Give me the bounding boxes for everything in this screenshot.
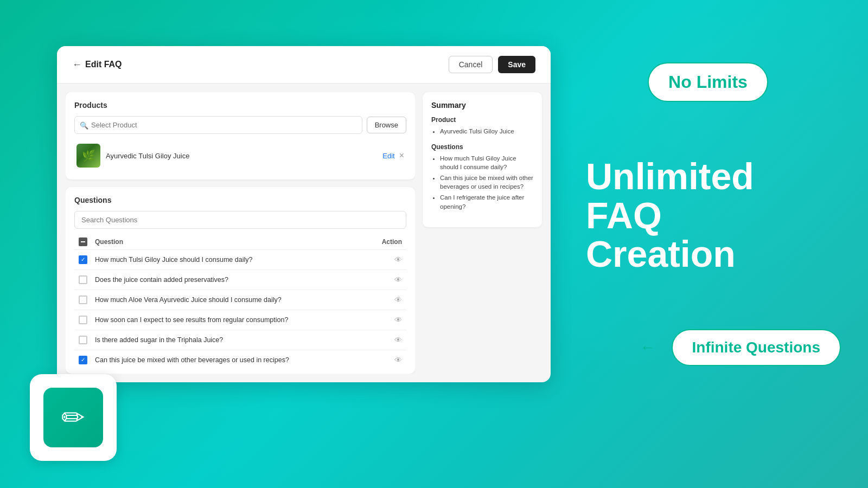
main-panel: ← Edit FAQ Cancel Save Products 🔍 Browse: [57, 46, 551, 382]
promo-line-3: Creation: [586, 235, 841, 273]
checkbox-empty[interactable]: [79, 336, 87, 344]
save-button[interactable]: Save: [498, 56, 535, 73]
table-row: Is there added sugar in the Triphala Jui…: [74, 330, 406, 350]
table-row: How soon can I expect to see results fro…: [74, 310, 406, 330]
promo-bottom-plain: Infinite: [692, 339, 746, 356]
eye-icon[interactable]: 👁: [394, 255, 402, 264]
question-text: Does the juice contain added preservativ…: [95, 276, 369, 284]
promo-bottom-text: Infinite Questions: [692, 339, 820, 356]
page-title: Edit FAQ: [85, 60, 122, 69]
questions-table: Question Action ✓How much Tulsi Giloy Ju…: [74, 234, 406, 365]
checkbox-empty[interactable]: [79, 296, 87, 304]
summary-product-label: Product: [431, 116, 533, 124]
summary-question-item: Can I refrigerate the juice after openin…: [440, 193, 533, 210]
product-edit-button[interactable]: Edit: [382, 152, 394, 160]
promo-top-text: No Limits: [668, 72, 748, 92]
question-text: Is there added sugar in the Triphala Jui…: [95, 336, 369, 344]
eye-icon[interactable]: 👁: [394, 275, 402, 284]
promo-badge-bottom: ← Infinite Questions: [672, 329, 841, 366]
product-search-row: 🔍 Browse: [74, 116, 406, 134]
summary-questions-label: Questions: [431, 143, 533, 151]
product-name: Ayurvedic Tulsi Giloy Juice: [106, 152, 377, 160]
product-item: 🌿 Ayurvedic Tulsi Giloy Juice Edit ×: [74, 140, 406, 171]
header-checkbox: [79, 237, 90, 246]
products-title: Products: [74, 101, 406, 110]
eye-icon[interactable]: 👁: [394, 296, 402, 304]
questions-search-input[interactable]: [74, 211, 406, 229]
product-search-icon: 🔍: [80, 121, 88, 129]
table-row: Does the juice contain added preservativ…: [74, 270, 406, 290]
promo-top-plain: No: [668, 72, 697, 92]
col-question-header: Question: [95, 238, 369, 246]
summary-question-item: Can this juice be mixed with other bever…: [440, 174, 533, 191]
product-thumb-icon: 🌿: [82, 149, 95, 162]
products-section: Products 🔍 Browse 🌿 Ayurvedic Tulsi Gilo…: [66, 92, 415, 179]
back-button[interactable]: ← Edit FAQ: [72, 59, 122, 70]
checkbox-checked[interactable]: ✓: [79, 255, 87, 264]
questions-section: Questions Question Action ✓How much Tuls…: [66, 187, 415, 374]
summary-product-list: Ayurvedic Tulsi Giloy Juice: [431, 127, 533, 136]
question-text: How soon can I expect to see results fro…: [95, 316, 369, 324]
question-text: How much Tulsi Giloy Juice should I cons…: [95, 256, 369, 264]
question-text: How much Aloe Vera Ayurvedic Juice shoul…: [95, 296, 369, 304]
indeterminate-bar: [81, 241, 85, 242]
table-row: ✓Can this juice be mixed with other beve…: [74, 350, 406, 365]
panel-content: Products 🔍 Browse 🌿 Ayurvedic Tulsi Gilo…: [57, 84, 551, 382]
checkmark-icon: ✓: [81, 357, 85, 363]
promo-bottom-green: Questions: [746, 339, 820, 356]
arrow-left-icon: ←: [640, 339, 655, 356]
eye-icon[interactable]: 👁: [394, 336, 402, 344]
checkbox-checked[interactable]: ✓: [79, 356, 87, 364]
edit-icon-box: ✏: [30, 374, 117, 461]
checkmark-icon: ✓: [81, 257, 85, 262]
questions-title: Questions: [74, 196, 406, 204]
promo-line-1: Unlimited: [586, 157, 841, 196]
edit-pencil-icon: ✏: [61, 401, 85, 434]
back-arrow-icon: ←: [72, 59, 82, 70]
right-column: Summary Product Ayurvedic Tulsi Giloy Ju…: [423, 92, 542, 374]
summary-product-item: Ayurvedic Tulsi Giloy Juice: [440, 127, 533, 136]
product-thumbnail: 🌿: [76, 144, 100, 168]
questions-table-body: ✓How much Tulsi Giloy Juice should I con…: [74, 250, 406, 365]
product-search-input[interactable]: [74, 116, 362, 134]
table-row: ✓How much Tulsi Giloy Juice should I con…: [74, 250, 406, 270]
indeterminate-checkbox[interactable]: [79, 237, 87, 246]
product-search-wrap: 🔍: [74, 116, 362, 134]
product-remove-button[interactable]: ×: [399, 151, 404, 160]
eye-icon[interactable]: 👁: [394, 356, 402, 364]
product-actions: Edit ×: [382, 151, 404, 160]
table-row: How much Aloe Vera Ayurvedic Juice shoul…: [74, 290, 406, 310]
question-text: Can this juice be mixed with other bever…: [95, 356, 369, 364]
promo-line-2: FAQ: [586, 196, 841, 235]
summary-questions-list: How much Tulsi Giloy Juice should I cons…: [431, 154, 533, 211]
promo-top-green: Limits: [697, 72, 748, 92]
promo-main-text: Unlimited FAQ Creation: [575, 157, 841, 273]
checkbox-empty[interactable]: [79, 316, 87, 324]
left-column: Products 🔍 Browse 🌿 Ayurvedic Tulsi Gilo…: [66, 92, 415, 374]
summary-question-item: How much Tulsi Giloy Juice should I cons…: [440, 154, 533, 171]
checkbox-empty[interactable]: [79, 275, 87, 284]
promo-area: No Limits Unlimited FAQ Creation ← Infin…: [575, 46, 841, 382]
cancel-button[interactable]: Cancel: [449, 56, 493, 73]
summary-box: Summary Product Ayurvedic Tulsi Giloy Ju…: [423, 92, 542, 227]
promo-badge-top: No Limits: [648, 62, 768, 102]
browse-button[interactable]: Browse: [367, 117, 406, 133]
col-action-header: Action: [375, 238, 402, 246]
edit-icon-inner: ✏: [43, 388, 103, 447]
eye-icon[interactable]: 👁: [394, 316, 402, 324]
summary-title: Summary: [431, 101, 533, 110]
panel-header: ← Edit FAQ Cancel Save: [57, 46, 551, 84]
header-actions: Cancel Save: [449, 56, 535, 73]
promo-bottom-row: ← Infinite Questions: [575, 329, 841, 366]
table-header: Question Action: [74, 234, 406, 250]
